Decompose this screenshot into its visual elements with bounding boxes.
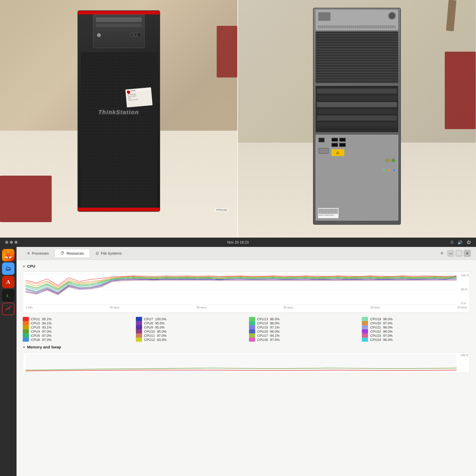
processes-icon: ≡ — [27, 251, 30, 256]
legend-color — [362, 325, 368, 329]
legend-item-cpu3: CPU3 93.1% — [23, 325, 131, 329]
legend-name: CPU16 — [257, 330, 268, 333]
legend-item-cpu2: CPU2 94.1% — [23, 321, 131, 325]
legend-item-cpu12: CPU12 93.0% — [136, 338, 244, 342]
sound-icon: 🔊 — [457, 240, 463, 245]
legend-value: 96.0% — [270, 321, 279, 325]
legend-name: CPU14 — [257, 321, 268, 325]
sidebar-icon-monitor[interactable] — [2, 303, 14, 315]
legend-color — [23, 321, 29, 325]
sidebar-icon-appstore[interactable]: A — [2, 276, 14, 288]
photos-section: ThinkStation netRiko Model M1650S/N: 5Z … — [0, 0, 476, 238]
legend-color — [362, 317, 368, 321]
legend-color — [362, 333, 368, 338]
x-label-10s: 10 secs — [457, 306, 467, 309]
legend-item-cpu15: CPU15 97.1% — [249, 325, 357, 329]
legend-name: CPU10 — [144, 330, 155, 333]
cpu-legend: CPU1 95.1% CPU2 94.1% CPU3 93.1% CPU4 97… — [23, 317, 470, 342]
legend-name: CPU13 — [257, 317, 268, 321]
legend-color — [136, 317, 142, 321]
legend-item-cpu9: CPU9 95.0% — [136, 325, 244, 329]
monitor-section: Nov 20 18:23 ⎙ 🔊 ⏻ 🦊 🗂 A $_ — [0, 238, 476, 476]
tab-processes-label: Processes — [32, 251, 49, 255]
cpu-chart-inner: 100 % 50 % 0 % — [26, 274, 457, 305]
sidebar-icon-firefox[interactable]: 🦊 — [2, 249, 14, 261]
dot-2 — [10, 241, 13, 244]
photo-left: ThinkStation netRiko Model M1650S/N: 5Z … — [0, 0, 238, 238]
legend-value: 96.0% — [270, 330, 279, 333]
minimize-button[interactable]: — — [447, 250, 454, 257]
tab-processes[interactable]: ≡ Processes — [22, 249, 54, 258]
legend-value: 94.1% — [270, 334, 279, 338]
cpu-title: CPU — [27, 264, 35, 268]
legend-value: 96.0% — [270, 317, 279, 321]
filesystems-icon: ⊙ — [96, 251, 99, 256]
legend-value: 97.0% — [270, 338, 279, 342]
tab-resources-label: Resources — [67, 251, 84, 255]
legend-name: CPU4 — [31, 330, 40, 333]
legend-value: 97.0% — [42, 338, 52, 342]
legend-color — [23, 329, 29, 333]
monitor-svg — [5, 305, 12, 313]
legend-item-cpu6: CPU6 97.0% — [23, 338, 131, 342]
legend-item-cpu20: CPU20 97.0% — [362, 321, 470, 325]
resources-icon: ⏱ — [60, 251, 65, 256]
maximize-button[interactable]: ⬜ — [455, 250, 463, 257]
legend-name: CPU21 — [370, 325, 381, 329]
legend-color — [249, 333, 255, 338]
legend-name: CPU9 — [144, 325, 153, 329]
menu-button[interactable]: ≡ — [438, 249, 446, 257]
memory-title: Memory and Swap — [27, 345, 61, 349]
legend-name: CPU2 — [31, 321, 40, 325]
legend-value: 95.0% — [155, 321, 165, 325]
tab-resources[interactable]: ⏱ Resources — [54, 249, 90, 258]
legend-value: 96.0% — [383, 330, 393, 333]
legend-value: 97.0% — [157, 334, 167, 338]
legend-item-cpu22: CPU22 96.0% — [362, 329, 470, 333]
cpu-lines-svg — [26, 274, 457, 305]
cpu-chart-container: 100 % 50 % 0 % 1 min 50 secs 40 secs 30 … — [23, 271, 470, 313]
legend-item-cpu7: CPU7 100.0% — [136, 317, 244, 321]
tab-filesystems-label: File Systems — [101, 251, 122, 255]
network-icon: ⎙ — [451, 240, 453, 245]
tab-filesystems[interactable]: ⊙ File Systems — [90, 249, 127, 258]
memory-chart-inner — [26, 354, 457, 372]
legend-color — [362, 321, 368, 325]
legend-name: CPU19 — [370, 317, 381, 321]
datetime-label: Nov 20 18:23 — [227, 240, 249, 244]
legend-value: 95.0% — [155, 325, 165, 329]
legend-color — [136, 338, 142, 342]
power-icon: ⏻ — [467, 240, 471, 245]
scroll-content[interactable]: ∨ CPU — [17, 260, 476, 476]
legend-item-cpu4: CPU4 97.0% — [23, 329, 131, 333]
legend-name: CPU17 — [257, 334, 268, 338]
legend-color — [23, 317, 29, 321]
legend-item-cpu19: CPU19 96.0% — [362, 317, 470, 321]
dot-3 — [14, 241, 18, 244]
memory-collapse-arrow[interactable]: ∨ — [23, 345, 25, 349]
legend-name: CPU15 — [257, 325, 268, 329]
sidebar-icon-files[interactable]: 🗂 — [2, 262, 14, 275]
legend-name: CPU5 — [31, 334, 40, 338]
legend-item-cpu14: CPU14 96.0% — [249, 321, 357, 325]
sidebar-icon-terminal[interactable]: $_ — [2, 289, 14, 302]
cpu-section-header: ∨ CPU — [23, 264, 470, 268]
legend-item-cpu17: CPU17 94.1% — [249, 333, 357, 338]
legend-name: CPU20 — [370, 321, 381, 325]
legend-item-cpu10: CPU10 95.0% — [136, 329, 244, 333]
memory-section-header: ∨ Memory and Swap — [23, 345, 470, 349]
close-button[interactable]: ✕ — [464, 250, 471, 257]
memory-y-100: 100 % — [461, 354, 469, 357]
legend-item-cpu8: CPU8 95.0% — [136, 321, 244, 325]
legend-item-cpu1: CPU1 95.1% — [23, 317, 131, 321]
main-content: ≡ Processes ⏱ Resources ⊙ File Systems ≡… — [17, 247, 476, 476]
legend-value: 93.1% — [42, 325, 52, 329]
legend-name: CPU7 — [144, 317, 153, 321]
legend-item-cpu23: CPU23 97.0% — [362, 333, 470, 338]
legend-item-cpu5: CPU5 97.0% — [23, 333, 131, 338]
legend-color — [136, 321, 142, 325]
tab-bar: ≡ Processes ⏱ Resources ⊙ File Systems ≡… — [17, 247, 476, 260]
legend-color — [23, 333, 29, 338]
cpu-collapse-arrow[interactable]: ∨ — [23, 264, 25, 268]
legend-color — [249, 338, 255, 342]
